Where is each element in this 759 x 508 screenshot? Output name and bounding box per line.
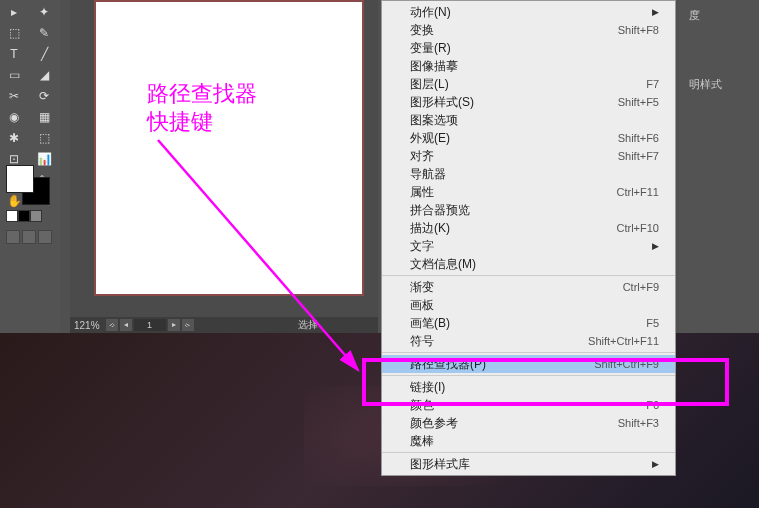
swatch-white[interactable] bbox=[6, 210, 18, 222]
menu-item-label: 导航器 bbox=[410, 166, 446, 183]
menu-item-24[interactable]: 图形样式库▶ bbox=[382, 455, 675, 473]
menu-item-label: 对齐 bbox=[410, 148, 434, 165]
menu-item-21[interactable]: 颜色F6 bbox=[382, 396, 675, 414]
tool-panel: ▸✦⬚✎T╱▭◢✂⟳◉▦✱⬚⊡📊⊟✎✋🔍 bbox=[0, 0, 60, 333]
menu-item-label: 图形样式库 bbox=[410, 456, 470, 473]
menu-item-shortcut: Shift+F7 bbox=[618, 150, 659, 162]
menu-item-label: 渐变 bbox=[410, 279, 434, 296]
menu-item-shortcut: Ctrl+F9 bbox=[623, 281, 659, 293]
status-right-label: 选择 bbox=[298, 318, 318, 332]
menu-item-label: 颜色参考 bbox=[410, 415, 458, 432]
menu-separator bbox=[382, 375, 675, 376]
right-panel: 度 明样式 bbox=[679, 0, 759, 333]
tool-6-1[interactable]: ⬚ bbox=[30, 128, 58, 148]
menu-item-label: 画板 bbox=[410, 297, 434, 314]
tool-1-0[interactable]: ⬚ bbox=[0, 23, 28, 43]
foreground-color-swatch[interactable] bbox=[6, 165, 34, 193]
menu-item-3[interactable]: 图像描摹 bbox=[382, 57, 675, 75]
menu-item-shortcut: Shift+F8 bbox=[618, 24, 659, 36]
menu-item-shortcut: Shift+F6 bbox=[618, 132, 659, 144]
menu-item-23[interactable]: 魔棒 bbox=[382, 432, 675, 450]
submenu-arrow-icon: ▶ bbox=[652, 241, 659, 251]
tool-4-1[interactable]: ⟳ bbox=[30, 86, 58, 106]
menu-item-label: 变量(R) bbox=[410, 40, 451, 57]
menu-item-20[interactable]: 链接(I) bbox=[382, 378, 675, 396]
menu-item-label: 动作(N) bbox=[410, 4, 451, 21]
menu-item-shortcut: Ctrl+F11 bbox=[617, 186, 660, 198]
mini-icon-2[interactable] bbox=[22, 230, 36, 244]
status-bar: 121% ⪦ ◂ 1 ▸ ⪧ 选择 bbox=[70, 317, 378, 333]
color-well[interactable] bbox=[6, 165, 50, 205]
tool-0-0[interactable]: ▸ bbox=[0, 2, 28, 22]
menu-item-19[interactable]: 路径查找器(P)Shift+Ctrl+F9 bbox=[382, 355, 675, 373]
menu-item-2[interactable]: 变量(R) bbox=[382, 39, 675, 57]
menu-item-label: 变换 bbox=[410, 22, 434, 39]
rightpanel-item-1[interactable]: 明样式 bbox=[683, 73, 755, 96]
menu-item-label: 颜色 bbox=[410, 397, 434, 414]
tool-4-0[interactable]: ✂ bbox=[0, 86, 28, 106]
menu-item-label: 描边(K) bbox=[410, 220, 450, 237]
menu-item-label: 画笔(B) bbox=[410, 315, 450, 332]
menu-item-12[interactable]: 描边(K)Ctrl+F10 bbox=[382, 219, 675, 237]
menu-item-label: 图像描摹 bbox=[410, 58, 458, 75]
window-menu: 动作(N)▶变换Shift+F8变量(R)图像描摹图层(L)F7图形样式(S)S… bbox=[381, 0, 676, 476]
pager-first[interactable]: ⪦ bbox=[106, 319, 118, 331]
menu-item-16[interactable]: 画板 bbox=[382, 296, 675, 314]
menu-item-label: 图案选项 bbox=[410, 112, 458, 129]
menu-item-label: 魔棒 bbox=[410, 433, 434, 450]
menu-separator bbox=[382, 452, 675, 453]
tool-6-0[interactable]: ✱ bbox=[0, 128, 28, 148]
menu-item-label: 文档信息(M) bbox=[410, 256, 476, 273]
canvas-area bbox=[70, 0, 378, 318]
menu-separator bbox=[382, 275, 675, 276]
swatch-black[interactable] bbox=[18, 210, 30, 222]
tool-2-1[interactable]: ╱ bbox=[30, 44, 58, 64]
mini-icon-3[interactable] bbox=[38, 230, 52, 244]
menu-item-shortcut: Ctrl+F10 bbox=[617, 222, 660, 234]
tool-1-1[interactable]: ✎ bbox=[30, 23, 58, 43]
menu-item-5[interactable]: 图形样式(S)Shift+F5 bbox=[382, 93, 675, 111]
zoom-level[interactable]: 121% bbox=[74, 320, 100, 331]
tool-2-0[interactable]: T bbox=[0, 44, 28, 64]
menu-item-label: 文字 bbox=[410, 238, 434, 255]
menu-item-14[interactable]: 文档信息(M) bbox=[382, 255, 675, 273]
rightpanel-item-0[interactable]: 度 bbox=[683, 4, 755, 27]
menu-item-17[interactable]: 画笔(B)F5 bbox=[382, 314, 675, 332]
menu-item-9[interactable]: 导航器 bbox=[382, 165, 675, 183]
artboard-pager: ⪦ ◂ 1 ▸ ⪧ bbox=[106, 319, 194, 331]
menu-item-4[interactable]: 图层(L)F7 bbox=[382, 75, 675, 93]
menu-separator bbox=[382, 352, 675, 353]
swatch-gray[interactable] bbox=[30, 210, 42, 222]
artboard[interactable] bbox=[94, 0, 364, 296]
tool-0-1[interactable]: ✦ bbox=[30, 2, 58, 22]
tool-5-1[interactable]: ▦ bbox=[30, 107, 58, 127]
menu-item-15[interactable]: 渐变Ctrl+F9 bbox=[382, 278, 675, 296]
menu-item-label: 符号 bbox=[410, 333, 434, 350]
menu-item-6[interactable]: 图案选项 bbox=[382, 111, 675, 129]
menu-item-shortcut: F5 bbox=[646, 317, 659, 329]
menu-item-0[interactable]: 动作(N)▶ bbox=[382, 3, 675, 21]
tool-3-0[interactable]: ▭ bbox=[0, 65, 28, 85]
menu-item-8[interactable]: 对齐Shift+F7 bbox=[382, 147, 675, 165]
menu-item-label: 图形样式(S) bbox=[410, 94, 474, 111]
pager-next[interactable]: ▸ bbox=[168, 319, 180, 331]
tool-5-0[interactable]: ◉ bbox=[0, 107, 28, 127]
tool-3-1[interactable]: ◢ bbox=[30, 65, 58, 85]
menu-item-shortcut: Shift+Ctrl+F9 bbox=[594, 358, 659, 370]
menu-item-22[interactable]: 颜色参考Shift+F3 bbox=[382, 414, 675, 432]
menu-item-label: 路径查找器(P) bbox=[410, 356, 486, 373]
menu-item-10[interactable]: 属性Ctrl+F11 bbox=[382, 183, 675, 201]
menu-item-label: 外观(E) bbox=[410, 130, 450, 147]
mini-icon-1[interactable] bbox=[6, 230, 20, 244]
menu-item-shortcut: Shift+Ctrl+F11 bbox=[588, 335, 659, 347]
menu-item-13[interactable]: 文字▶ bbox=[382, 237, 675, 255]
menu-item-18[interactable]: 符号Shift+Ctrl+F11 bbox=[382, 332, 675, 350]
menu-item-label: 属性 bbox=[410, 184, 434, 201]
swatch-row bbox=[6, 210, 42, 222]
menu-item-1[interactable]: 变换Shift+F8 bbox=[382, 21, 675, 39]
menu-item-11[interactable]: 拼合器预览 bbox=[382, 201, 675, 219]
pager-last[interactable]: ⪧ bbox=[182, 319, 194, 331]
menu-item-7[interactable]: 外观(E)Shift+F6 bbox=[382, 129, 675, 147]
pager-prev[interactable]: ◂ bbox=[120, 319, 132, 331]
pager-input[interactable]: 1 bbox=[134, 319, 166, 331]
